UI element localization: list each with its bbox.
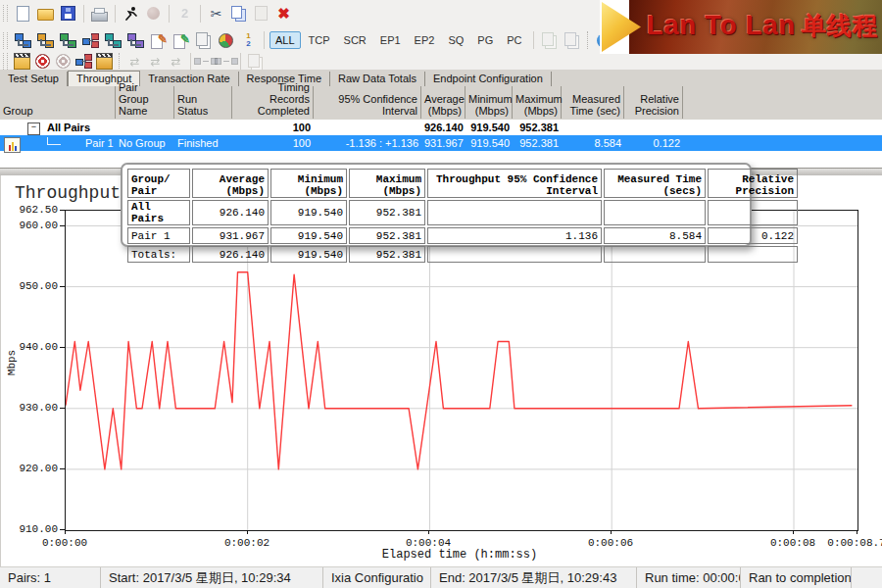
cut-icon[interactable]: ✂ — [206, 3, 226, 24]
status-segment-2: Ixia Configuratio — [323, 567, 431, 588]
grid-cell: No Group — [116, 135, 174, 151]
status-bar: Pairs: 1Start: 2017/3/5 星期日, 10:29:34Ixi… — [0, 566, 882, 588]
column-header-minimum[interactable]: Minimum (Mbps) — [466, 86, 513, 119]
toolbar-grip[interactable] — [3, 5, 8, 22]
toolbar-separator — [190, 53, 191, 71]
grid-cell: 919.540 — [466, 135, 513, 151]
grid-cell: Pair 1 — [82, 135, 116, 151]
abort-run-icon[interactable]: ✖ — [273, 3, 294, 24]
protocol-filter-pc[interactable]: PC — [501, 31, 527, 49]
popup-cell — [604, 200, 706, 225]
protocol-filter-sq[interactable]: SQ — [442, 31, 469, 49]
grid-cell: 931.967 — [421, 135, 466, 151]
add-video-pair-icon[interactable] — [58, 30, 78, 51]
y-tick-mark — [60, 210, 65, 211]
dial-pair-icon[interactable] — [33, 53, 52, 70]
x-tick-mark — [247, 530, 248, 534]
chart-y-axis-label: Mbps — [6, 350, 18, 375]
grid-row-all-pairs[interactable]: −All Pairs100926.140919.540952.381 — [0, 120, 882, 135]
popup-cell: 952.381 — [349, 246, 425, 263]
y-tick-mark — [60, 408, 65, 409]
toolbar-row-standard: 2✂✖ — [0, 0, 295, 26]
y-tick-label: 962.50 — [7, 204, 58, 216]
save-test-icon[interactable] — [58, 3, 78, 24]
popup-cell: 919.540 — [270, 246, 347, 263]
unlink-pairs-icon — [217, 53, 235, 70]
edit-run-options-icon[interactable]: ✎ — [148, 30, 169, 51]
y-tick-label: 910.00 — [7, 523, 58, 535]
refresh-results-icon — [539, 30, 560, 51]
protocol-filter-tcp[interactable]: TCP — [303, 31, 336, 49]
y-tick-mark — [60, 286, 65, 287]
tab-raw-data-totals[interactable]: Raw Data Totals — [330, 72, 425, 86]
toolbar-separator — [240, 53, 241, 71]
one-to-two-icon[interactable]: 12 — [238, 30, 259, 51]
grid-cell: 926.140 — [421, 120, 466, 135]
toolbar-grip[interactable] — [3, 32, 8, 49]
popup-header-group-: Group/ Pair — [127, 169, 190, 198]
edit-test-options-icon[interactable]: ✎ — [171, 30, 191, 51]
grid-cell: All Pairs — [44, 120, 113, 135]
paste-icon — [251, 3, 271, 24]
tab-endpoint-configuration[interactable]: Endpoint Configuration — [425, 72, 552, 86]
y-tick-mark — [60, 347, 65, 348]
column-header-run-status[interactable]: Run Status — [174, 86, 232, 119]
toolbar-separator — [169, 5, 170, 23]
column-header-average[interactable]: Average (Mbps) — [421, 86, 466, 119]
column-header-group[interactable]: Group — [0, 86, 116, 119]
add-video-multicast-icon[interactable] — [103, 30, 123, 51]
add-voip-pair-icon[interactable] — [35, 30, 56, 51]
open-test-icon[interactable] — [35, 3, 56, 24]
y-tick-label: 960.00 — [7, 220, 58, 231]
swap-endpoint-3-icon: ⇄ — [167, 53, 185, 70]
toolbar-separator — [115, 5, 116, 23]
popup-header-average: Average (Mbps) — [192, 169, 269, 198]
grid-cell: 100 — [232, 135, 314, 151]
grid-row-pair-1[interactable]: Pair 1No GroupFinished100-1.136 : +1.136… — [0, 135, 882, 151]
pair-chart-icon — [4, 137, 21, 153]
grid-cell: -1.136 : +1.136 — [314, 135, 421, 151]
pair-network-icon[interactable] — [74, 53, 93, 70]
run-test-icon[interactable] — [121, 3, 141, 24]
lock-config-icon — [246, 53, 265, 70]
tab-test-setup[interactable]: Test Setup — [0, 72, 68, 86]
protocol-filter-ep2[interactable]: EP2 — [409, 31, 441, 49]
popup-header-relative: Relative Precision — [708, 169, 798, 198]
x-tick-mark — [793, 530, 794, 534]
grid-cell: Finished — [174, 135, 232, 151]
new-console-icon[interactable] — [13, 53, 31, 70]
voice-clap-icon[interactable] — [95, 53, 114, 70]
expand-collapse-icon[interactable]: − — [27, 122, 40, 135]
column-header-measured[interactable]: Measured Time (sec) — [562, 86, 624, 119]
swap-endpoint-1-icon: ⇄ — [125, 53, 144, 70]
protocol-filter-pg[interactable]: PG — [471, 31, 499, 49]
banner-text: Lan To Lan单线程 — [647, 10, 878, 42]
add-pair-icon[interactable] — [13, 30, 33, 51]
column-header-pair-group[interactable]: Pair Group Name — [116, 86, 174, 119]
grid-cell: 952.381 — [513, 120, 562, 135]
chart-options-icon[interactable] — [216, 30, 236, 51]
toolbar-grip[interactable] — [3, 53, 8, 70]
protocol-filter-ep1[interactable]: EP1 — [374, 31, 407, 49]
status-segment-3: End: 2017/3/5 星期日, 10:29:43 — [431, 567, 637, 588]
column-header-maximum[interactable]: Maximum (Mbps) — [513, 86, 562, 119]
print-icon[interactable] — [89, 3, 110, 24]
x-tick-label: 0:00:06 — [588, 537, 633, 549]
column-header-timing-records[interactable]: Timing Records Completed — [232, 86, 314, 119]
popup-cell: 952.381 — [349, 227, 425, 244]
add-hardware-pair-icon[interactable] — [125, 30, 146, 51]
compare-results-icon[interactable] — [193, 30, 214, 51]
protocol-filter-scr[interactable]: SCR — [338, 31, 372, 49]
throughput-summary-popup[interactable]: Group/ PairAverage (Mbps)Minimum (Mbps)M… — [121, 163, 752, 247]
popup-cell: Totals: — [127, 246, 190, 263]
add-multicast-group-icon[interactable] — [80, 30, 101, 51]
column-header-relative[interactable]: Relative Precision — [624, 86, 683, 119]
x-tick-mark — [65, 530, 66, 534]
y-tick-mark — [60, 225, 65, 226]
new-test-icon[interactable] — [13, 3, 33, 24]
copy-icon[interactable] — [228, 3, 249, 24]
column-header-95-confidence[interactable]: 95% Confidence Interval — [314, 86, 421, 119]
y-tick-label: 930.00 — [7, 402, 58, 414]
protocol-filter-all[interactable]: ALL — [270, 31, 301, 49]
grid-cell: 100 — [232, 120, 314, 135]
